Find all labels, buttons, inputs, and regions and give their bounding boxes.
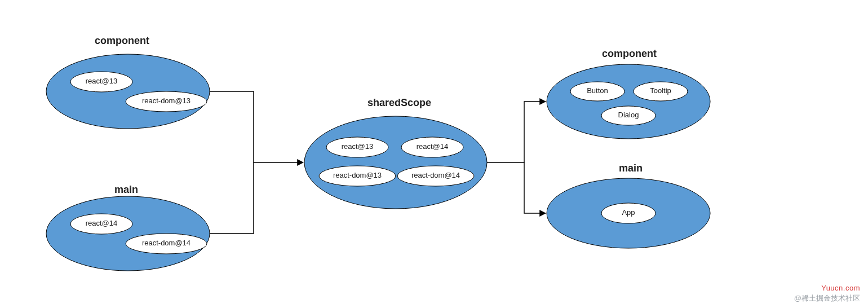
pill-app-text: App (622, 208, 635, 217)
pill-tooltip-text: Tooltip (650, 86, 671, 95)
pill-c-reactdom14-text: react-dom@14 (411, 171, 460, 179)
arrow-center-to-right-component (487, 102, 546, 162)
pill-c-react13-text: react@13 (342, 142, 374, 151)
pill-react14-text: react@14 (86, 219, 118, 227)
pill-c-react14-text: react@14 (417, 142, 449, 151)
pill-button-text: Button (587, 86, 608, 95)
arrow-left-component-to-center (210, 91, 303, 162)
pill-reactdom14-text: react-dom@14 (142, 239, 191, 247)
pill-dialog-text: Dialog (618, 111, 639, 119)
center-ellipse (304, 116, 487, 209)
left-main-ellipse (46, 196, 210, 271)
pill-reactdom13-text: react-dom@13 (142, 96, 191, 105)
arrow-left-main-to-center (210, 162, 254, 234)
pill-react13-text: react@13 (86, 77, 118, 85)
pill-c-reactdom13-text: react-dom@13 (333, 171, 382, 179)
right-component-ellipse (547, 64, 710, 139)
left-component-ellipse (46, 54, 210, 129)
diagram-svg: react@13 react-dom@13 react@14 react-dom… (0, 0, 868, 308)
arrow-center-to-right-main (524, 162, 546, 213)
